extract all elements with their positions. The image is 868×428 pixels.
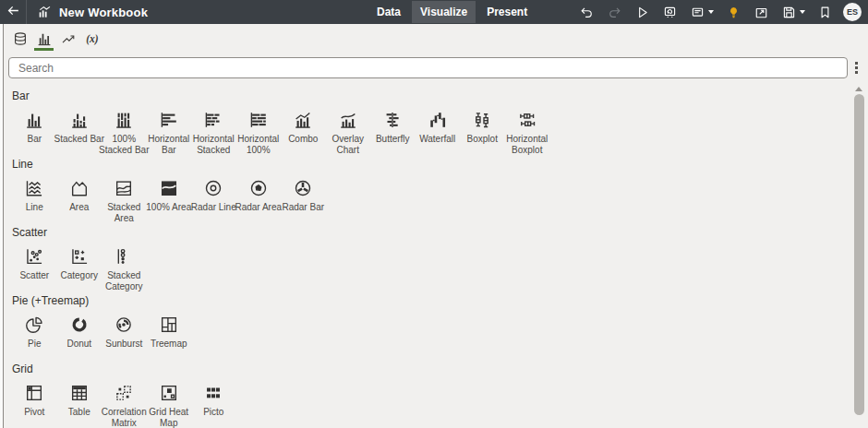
viz-type-100-stacked-bar[interactable]: 100% Stacked Bar (102, 109, 147, 155)
scroll-up-icon[interactable] (855, 87, 862, 91)
view-tab-visualize[interactable]: Visualize (412, 1, 476, 23)
viz-type-horizontal-boxplot[interactable]: Horizontal Boxplot (505, 109, 550, 155)
section-title: Bar (12, 85, 844, 109)
viz-type-treemap[interactable]: Treemap (147, 314, 192, 350)
panel-tab-analytics[interactable] (56, 24, 80, 53)
bookmark-icon (817, 5, 833, 20)
viz-type-line[interactable]: Line (12, 177, 57, 223)
chart-type-list: BarBarStacked Bar100% Stacked BarHorizon… (4, 83, 868, 428)
radar-line-icon (203, 177, 223, 198)
view-tab-data[interactable]: Data (368, 1, 409, 23)
picto-icon (203, 382, 223, 403)
section-title: Pie (+Treemap) (12, 290, 844, 314)
treemap-icon (159, 314, 179, 335)
sunburst-icon (114, 314, 134, 335)
scatter-icon (24, 245, 44, 267)
trend-icon (60, 30, 77, 47)
viz-type-stacked-category[interactable]: Stacked Category (102, 245, 147, 291)
viz-type-donut[interactable]: Donut (57, 314, 102, 350)
combo-icon (293, 109, 313, 130)
section-grid: GridPivotTableCorrelation MatrixGrid Hea… (12, 358, 844, 426)
expression-icon: (x) (86, 33, 98, 44)
panel-tab-data[interactable] (8, 24, 32, 53)
viz-type-radar-line[interactable]: Radar Line (191, 177, 236, 223)
viz-type-pie[interactable]: Pie (12, 314, 57, 350)
viz-type-stacked-bar[interactable]: Stacked Bar (57, 109, 102, 155)
viz-type-scatter[interactable]: Scatter (12, 245, 57, 291)
viz-type-radar-area[interactable]: Radar Area (236, 177, 282, 223)
panel-tab-visualizations[interactable] (32, 24, 56, 53)
view-tab-present[interactable]: Present (478, 1, 536, 23)
dropdown-caret-icon (800, 10, 805, 14)
viz-type-grid-heat-map[interactable]: Grid Heat Map (147, 382, 192, 428)
viz-type-waterfall[interactable]: Waterfall (416, 109, 461, 155)
stacked-bar-icon (69, 109, 90, 130)
viz-type-area[interactable]: Area (57, 177, 102, 223)
viz-type-pivot[interactable]: Pivot (12, 382, 57, 428)
section-line: LineLineAreaStacked Area100% AreaRadar L… (12, 153, 844, 221)
visualization-panel: (x) BarBarStacked Bar100% Stacked BarHor… (4, 24, 868, 428)
viz-type-label: Horizontal Boxplot (501, 134, 553, 155)
category-icon (69, 245, 90, 267)
scrollbar-thumb[interactable] (854, 94, 864, 415)
comments-button[interactable] (686, 3, 717, 22)
user-avatar[interactable]: ES (843, 3, 862, 21)
viz-type-horizontal-100[interactable]: Horizontal 100% (236, 109, 282, 155)
viz-type-bar[interactable]: Bar (12, 109, 57, 155)
section-scatter: ScatterScatterCategoryStacked Category (12, 221, 844, 290)
correlation-matrix-icon (114, 382, 134, 403)
viz-type-stacked-area[interactable]: Stacked Area (102, 177, 147, 223)
h-100-icon (248, 109, 269, 130)
open-in-window-button[interactable] (750, 3, 773, 22)
header-actions (575, 0, 837, 24)
viz-type-category[interactable]: Category (57, 245, 102, 291)
viz-type-table[interactable]: Table (57, 382, 102, 428)
kebab-menu-icon[interactable] (848, 57, 865, 79)
back-button[interactable] (0, 0, 27, 24)
viz-type-picto[interactable]: Picto (191, 382, 236, 428)
run-icon (634, 5, 650, 20)
save-button[interactable] (778, 3, 809, 22)
panel-tab-expression[interactable]: (x) (80, 24, 104, 53)
app-header: New Workbook DataVisualizePresent ES (0, 0, 868, 24)
redo-button[interactable] (603, 3, 626, 22)
viz-type-butterfly[interactable]: Butterfly (370, 109, 416, 155)
h-boxplot-icon (517, 109, 537, 130)
stacked-area-icon (114, 177, 134, 198)
donut-icon (69, 314, 90, 335)
viz-type-horizontal-bar[interactable]: Horizontal Bar (147, 109, 192, 155)
radar-area-icon (248, 177, 269, 198)
viz-type-overlay-chart[interactable]: Overlay Chart (326, 109, 371, 155)
viz-type-correlation-matrix[interactable]: Correlation Matrix (102, 382, 147, 428)
undo-button[interactable] (575, 3, 598, 22)
view-tabs: DataVisualizePresent (368, 0, 536, 24)
refresh-data-icon (662, 5, 678, 20)
section-title: Line (12, 153, 844, 177)
stacked-category-icon (114, 245, 134, 267)
search-input[interactable] (8, 57, 848, 78)
viz-type-radar-bar[interactable]: Radar Bar (281, 177, 326, 223)
vertical-scrollbar[interactable] (851, 84, 866, 428)
stacked-100-icon (114, 109, 134, 130)
viz-type-combo[interactable]: Combo (281, 109, 326, 155)
viz-type-boxplot[interactable]: Boxplot (460, 109, 505, 155)
bookmark-button[interactable] (814, 3, 837, 22)
viz-type-horizontal-stacked[interactable]: Horizontal Stacked (191, 109, 236, 155)
save-icon (781, 5, 797, 20)
waterfall-icon (428, 109, 448, 130)
bar-icon (24, 109, 44, 130)
section-pie-treemap: Pie (+Treemap)PieDonutSunburstTreemap (12, 290, 844, 358)
run-button[interactable] (631, 3, 654, 22)
viz-type-label: Treemap (143, 339, 195, 350)
search-row (4, 53, 868, 83)
pie-icon (24, 314, 44, 335)
viz-type-label: Stacked Category (98, 270, 150, 291)
page-title: New Workbook (59, 6, 148, 19)
undo-icon (579, 5, 595, 20)
viz-type-label: Radar Bar (277, 202, 329, 213)
viz-type-100-area[interactable]: 100% Area (147, 177, 192, 223)
refresh-data-button[interactable] (658, 3, 681, 22)
pivot-icon (24, 382, 44, 403)
insights-button[interactable] (722, 3, 745, 22)
viz-type-sunburst[interactable]: Sunburst (102, 314, 147, 350)
